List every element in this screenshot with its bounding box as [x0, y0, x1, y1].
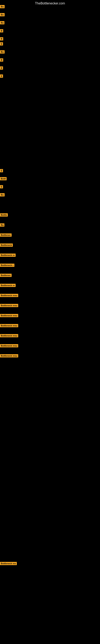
badge-12-label: Bottl — [0, 177, 7, 180]
badge-29-label: Bottleneck resu — [0, 354, 18, 358]
badge-9-label: E — [0, 66, 3, 70]
badge-3-label: Ba — [0, 21, 4, 24]
badge-18-label: Bottleneck — [0, 244, 13, 247]
badge-11-label: E — [0, 169, 3, 172]
badge-30-label: Bottleneck res — [0, 562, 17, 565]
badge-4-label: B — [0, 29, 3, 32]
badge-28-label: Bottleneck resu — [0, 344, 18, 347]
site-title: TheBottlenecker.com — [0, 0, 100, 7]
badge-19-label: Bottleneck re — [0, 254, 16, 257]
badge-1-label: Bo — [0, 5, 4, 8]
badge-23-label: Bottleneck resu — [0, 294, 18, 297]
badge-26-label: Bottleneck resu — [0, 324, 18, 327]
badge-17-label: Bottlenec — [0, 234, 12, 237]
badge-20-label: Bottleneck r — [0, 264, 14, 267]
badge-10-label: E — [0, 74, 3, 78]
badge-15-label: Bottle — [0, 213, 8, 216]
badge-22-label: Bottleneck re — [0, 284, 16, 287]
badge-5-label: B — [0, 37, 3, 40]
badge-14-label: Bo — [0, 193, 4, 196]
badge-16-label: Ba — [0, 224, 4, 226]
badge-7-label: Bo — [0, 50, 4, 54]
badge-8-label: B — [0, 58, 3, 62]
badge-6-label: E — [0, 42, 3, 46]
badge-25-label: Bottleneck resu — [0, 314, 18, 317]
badge-21-label: Bottlenec — [0, 274, 12, 277]
badge-24-label: Bottleneck resu — [0, 304, 18, 307]
badge-13-label: E — [0, 185, 3, 188]
badge-2-label: Bo — [0, 13, 4, 16]
badge-27-label: Bottleneck resu — [0, 334, 18, 337]
